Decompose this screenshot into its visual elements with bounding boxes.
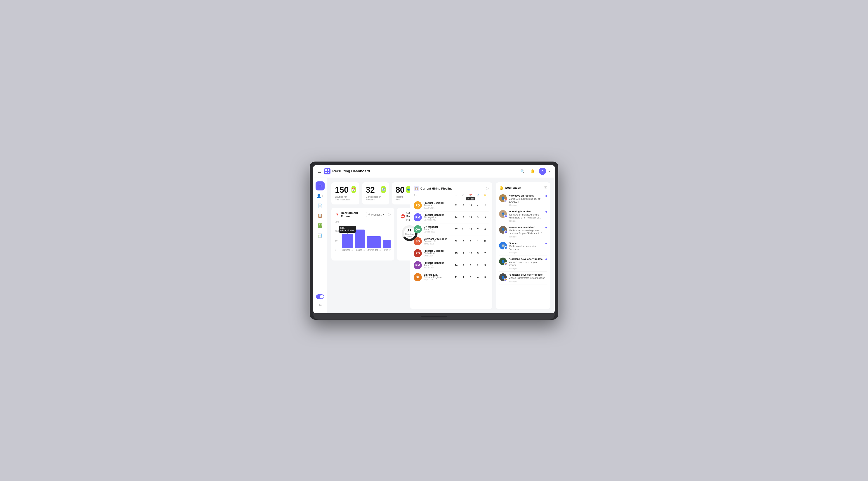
job-num: 7 <box>482 252 489 255</box>
notif-item[interactable]: 👤 👍 "Backend developer" update Martin G … <box>499 256 547 271</box>
job-num: 22 <box>482 240 489 243</box>
pipeline-card: 📋 Current Hiring Pipeline ⓘ Job ≡ ⏱ 📅 📄 … <box>410 182 492 309</box>
job-info: Product Manager Acme Co. 25 Apr 2025 <box>424 261 453 269</box>
job-num: 5 <box>474 252 482 255</box>
notif-item[interactable]: 🏢 📘 Finance Webiz issued an invoice for … <box>499 240 547 256</box>
pipeline-cols: Job ≡ ⏱ 📅 📄 📁 <box>414 194 489 198</box>
pipeline-col-clock: ⏱ <box>460 194 467 197</box>
pipeline-col-cal: 📅 <box>467 194 474 197</box>
job-num: 4 <box>474 204 482 207</box>
job-num: 2 <box>460 264 467 266</box>
job-num: 1 <box>474 240 482 243</box>
menu-icon[interactable]: ☰ <box>318 169 321 174</box>
pipeline-row[interactable]: BL Binford Ltd. Software Engineer 6 Apr … <box>414 271 489 283</box>
notif-item[interactable]: 👤 📅 New days off request Martin G. reque… <box>499 192 547 208</box>
in-pool-badge: In Pool <box>466 197 475 200</box>
job-num: 6 <box>467 264 474 266</box>
bar-tooltip: 60%86 candidates <box>339 226 356 233</box>
notif-info-icon[interactable]: ⓘ <box>544 186 547 190</box>
notif-name: "Backend developer" update <box>508 258 544 260</box>
notif-avatar-wrap: 👤 📅 <box>499 194 507 202</box>
sidebar-item-documents[interactable]: 📄 <box>315 201 324 210</box>
job-num: 11 <box>453 276 460 279</box>
job-company: Binford Ltd. <box>424 252 453 255</box>
sidebar-item-chart[interactable]: 💹 <box>315 221 324 230</box>
job-company: Software Engineer <box>424 276 453 279</box>
job-num: 29 <box>467 216 474 219</box>
job-num: 10 <box>467 252 474 255</box>
y-label: 0 <box>335 249 339 251</box>
pipeline-col-file: 📁 <box>482 194 489 197</box>
pipeline-row[interactable]: SD Software Developer Barone LLC. 2 May … <box>414 235 489 247</box>
logo-icon <box>324 168 331 174</box>
job-num: 3 <box>460 216 467 219</box>
bar <box>355 229 365 248</box>
sidebar-item-dashboard[interactable]: ⊞ <box>315 182 324 190</box>
bar-group: Hired ⓘ <box>383 240 391 252</box>
notif-time: 30m ago <box>508 267 544 269</box>
notif-title: Notification <box>505 186 521 189</box>
notif-item[interactable]: 👤 👍 "Backend developer" update Michael i… <box>499 271 547 284</box>
notif-badge: 📅 <box>504 199 507 202</box>
job-avatar: PD <box>414 201 422 210</box>
sidebar-item-analytics[interactable]: 📊 <box>315 231 324 240</box>
theme-toggle[interactable] <box>316 294 324 299</box>
logo: Recruiting Dashboard <box>324 168 370 174</box>
chart-y-labels: 200100500 <box>335 221 339 252</box>
notif-content: Finance Webiz issued an invoice for Dece… <box>508 242 544 254</box>
y-label: 100 <box>335 230 339 232</box>
job-company: Barone LLC. <box>424 240 453 243</box>
donut-center: 86 Rejected: 63% <box>405 229 414 237</box>
notif-unread-dot <box>546 211 547 213</box>
notif-content: "Backend developer" update Michael is in… <box>508 274 547 282</box>
funnel-info-icon[interactable]: ⓘ <box>388 213 391 217</box>
notif-item[interactable]: 👤 🔍 Incoming Interview You have an inter… <box>499 208 547 224</box>
notif-badge: 📘 <box>504 246 507 249</box>
pipeline-row[interactable]: QA QA Manager Acme Co. 10 Sep 2025 67111… <box>414 223 489 235</box>
notif-time: 30m ago <box>508 204 544 206</box>
pipeline-row[interactable]: In Pool PD Product Designer Sumace 25 Ap… <box>414 199 489 212</box>
chevron-icon: ▾ <box>383 213 384 216</box>
notif-name: "Backend developer" update <box>508 274 547 276</box>
job-num: 6 <box>460 240 467 243</box>
pipeline-row[interactable]: PD Product Designer Binford Ltd. 5 Oct 2… <box>414 247 489 259</box>
job-num: 4 <box>474 276 482 279</box>
funnel-card: 🔻 Recruitment Funnel ⚙ Product... ▾ <box>331 207 394 260</box>
job-date: 10 Sep 2025 <box>424 231 453 233</box>
bell-icon[interactable]: 🔔 <box>529 168 536 175</box>
search-icon[interactable]: 🔍 <box>519 168 526 175</box>
pipeline-col-name: Job <box>414 194 453 197</box>
funnel-filter-button[interactable]: ⚙ Product... ▾ <box>366 212 386 217</box>
notif-avatar-wrap: 👤 🔍 <box>499 226 507 234</box>
sidebar-item-reports[interactable]: 📋 <box>315 211 324 220</box>
pipeline-row[interactable]: PM Product Manager Abstergo Ltd. 12 June… <box>414 212 489 223</box>
avatar[interactable]: D <box>539 168 546 175</box>
middle-row: 🔻 Recruitment Funnel ⚙ Product... ▾ <box>331 207 406 260</box>
notif-avatar-wrap: 👤 👍 <box>499 274 507 281</box>
notif-badge: 🔍 <box>504 215 507 218</box>
pipeline-row[interactable]: PM Product Manager Acme Co. 25 Apr 2025 … <box>414 259 489 271</box>
notif-name: Incoming Interview <box>508 210 544 213</box>
job-title: Binford Ltd. <box>424 274 453 276</box>
notif-item[interactable]: 👤 🔍 New recommendation! Webiz is recomme… <box>499 224 547 240</box>
sidebar-item-logout[interactable]: ⇦ <box>315 301 324 310</box>
chevron-down-icon[interactable]: ▾ <box>549 170 550 173</box>
bar-label: Offered Job ⓘ <box>367 249 381 252</box>
stat-label: Candidates In Process <box>366 195 381 201</box>
job-info: QA Manager Acme Co. 10 Sep 2025 <box>424 225 453 233</box>
notif-text: Webiz issued an invoice for December <box>508 245 544 251</box>
job-title: Software Developer <box>424 237 453 240</box>
pipeline-info-icon[interactable]: ⓘ <box>486 187 489 191</box>
pipeline-title-row: 📋 Current Hiring Pipeline <box>414 186 453 191</box>
job-num: 52 <box>453 240 460 243</box>
notif-name: Finance <box>508 242 544 245</box>
sidebar-item-people[interactable]: 👤+ <box>315 191 324 200</box>
notif-unread-dot <box>546 227 547 228</box>
bar-label: Matched ⓘ <box>342 249 353 252</box>
bar-group: Offered Job ⓘ <box>367 236 381 252</box>
job-company: Sumace <box>424 204 453 207</box>
job-num: 12 <box>467 204 474 207</box>
main-layout: ⊞ 👤+ 📄 📋 💹 📊 ⇦ 15 <box>313 178 555 313</box>
stat-icon: 📅 <box>351 186 356 193</box>
funnel-title-row: 🔻 Recruitment Funnel <box>335 211 366 218</box>
